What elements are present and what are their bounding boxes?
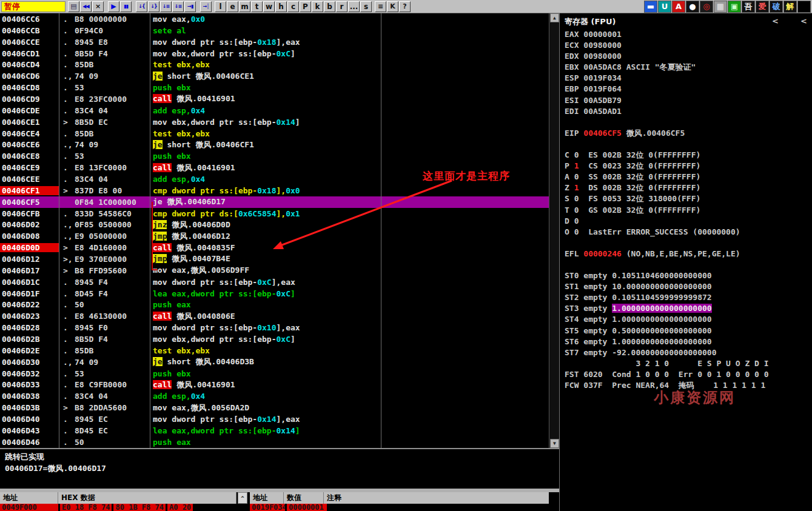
disasm-address[interactable]: 00406D2E	[0, 346, 59, 355]
disasm-row[interactable]: 00406CCB.0F94C0sete al	[0, 25, 549, 36]
disasm-address[interactable]: 00406CCE	[0, 38, 59, 47]
disasm-row[interactable]: 00406D46.50push eax	[0, 436, 549, 448]
dump-scroll-up-button[interactable]: ^	[238, 492, 247, 504]
windows-button[interactable]: K	[387, 1, 398, 12]
disasm-address[interactable]: 00406CD6	[0, 72, 59, 81]
disasm-row[interactable]: 00406CE6.,74 09je short 微风.00406CF1	[0, 139, 549, 150]
registers-pane[interactable]: 寄存器 (FPU) < < EAX 00000001ECX 00980000ED…	[559, 13, 812, 511]
disasm-address[interactable]: 00406D2B	[0, 335, 59, 344]
disasm-address[interactable]: 00406CE8	[0, 152, 59, 161]
disasm-row[interactable]: 00406CFB.833D 54586C0cmp dword ptr ds:[0…	[0, 208, 549, 219]
register-line[interactable]: FST 6020 Cond 1 0 0 0 Err 0 0 1 0 0 0 0 …	[565, 369, 812, 380]
cmd-c-button[interactable]: c	[287, 1, 299, 12]
disasm-row[interactable]: 00406CD6.,74 09je short 微风.00406CE1	[0, 70, 549, 82]
cmd-s-button[interactable]: s	[360, 1, 372, 12]
stack-row[interactable]: 0019F034 00000001	[250, 504, 329, 511]
disasm-address[interactable]: 00406D32	[0, 369, 59, 378]
disasm-address[interactable]: 00406CEE	[0, 175, 59, 184]
disassembly-pane[interactable]: 00406CC6.B8 00000000mov eax,0x000406CCB.…	[0, 13, 549, 448]
plugin-icon-po[interactable]: 破	[770, 1, 783, 13]
cmd-k-button[interactable]: k	[312, 1, 323, 12]
disasm-row[interactable]: 00406CDE.83C4 04add esp,0x4	[0, 105, 549, 116]
cmd-r-button[interactable]: r	[336, 1, 347, 12]
disasm-row[interactable]: 00406D08.,E9 05000000jmp 微风.00406D12	[0, 230, 549, 242]
disasm-row[interactable]: 00406D2B.8B5D F4mov ebx,dword ptr ss:[eb…	[0, 333, 549, 345]
go-to-button[interactable]: →│	[200, 1, 212, 12]
disasm-address[interactable]: 00406CE4	[0, 129, 59, 138]
disasm-address[interactable]: 00406D1F	[0, 289, 59, 298]
register-line[interactable]: ST0 empty 0.1051104600000000000	[565, 270, 812, 281]
disasm-row[interactable]: 00406D38.83C4 04add esp,0x4	[0, 390, 549, 402]
disasm-row[interactable]: 00406D30.,74 09je short 微风.00406D3B	[0, 356, 549, 368]
disasm-address[interactable]: 00406CD8	[0, 83, 59, 92]
cmd-P-button[interactable]: P	[300, 1, 311, 12]
register-line[interactable]: C 0 ES 002B 32位 0(FFFFFFFF)	[565, 150, 812, 161]
disasm-row[interactable]: 00406D43.8D45 EClea eax,dword ptr ss:[eb…	[0, 425, 549, 436]
dump-byte-group[interactable]: A0 20	[167, 504, 193, 511]
register-line[interactable]	[565, 259, 812, 270]
disasm-address[interactable]: 00406CD9	[0, 95, 59, 104]
register-line[interactable]: EIP 00406CF5 微风.00406CF5	[565, 128, 812, 139]
disasm-address[interactable]: 00406D23	[0, 312, 59, 321]
plugin-icon-blue[interactable]: ▬	[644, 1, 657, 13]
plugin-icon-green[interactable]: ▣	[728, 1, 741, 13]
register-line[interactable]: EDX 00980000	[565, 51, 812, 62]
disasm-address[interactable]: 00406CE1	[0, 118, 59, 127]
disasm-row[interactable]: 00406D17>B8 FFD95600mov eax,微风.0056D9FF	[0, 265, 549, 276]
disasm-address[interactable]: 00406CDE	[0, 106, 59, 115]
disasm-address[interactable]: 00406D46	[0, 438, 59, 447]
help-button[interactable]: ?	[399, 1, 411, 12]
disasm-address[interactable]: 00406CE9	[0, 163, 59, 172]
disasm-address[interactable]: 00406CD4	[0, 60, 59, 69]
log-button[interactable]: ≡	[375, 1, 386, 12]
register-line[interactable]: ST7 empty -92.000000000000000000	[565, 347, 812, 358]
disasm-row[interactable]: 00406D28.8945 F0mov dword ptr ss:[ebp-0x…	[0, 322, 549, 333]
disasm-row[interactable]: 00406CD4.85DBtest ebx,ebx	[0, 59, 549, 70]
register-line[interactable]: T 0 GS 002B 32位 0(FFFFFFFF)	[565, 205, 812, 216]
plugin-icon-circle[interactable]: ●	[686, 1, 699, 13]
trace-over-button[interactable]: ⇓≡	[172, 1, 184, 12]
disasm-address[interactable]: 00406D02	[0, 220, 59, 229]
register-line[interactable]: EBP 0019F064	[565, 84, 812, 95]
register-line[interactable]: 3 2 1 0 E S P U O Z D I	[565, 358, 812, 369]
register-line[interactable]: ESP 0019F034	[565, 73, 812, 84]
register-line[interactable]: ST5 empty 0.5000000000000000000	[565, 326, 812, 336]
disasm-address[interactable]: 00406D08	[0, 232, 59, 241]
plugin-icon-jie[interactable]: 解	[783, 1, 797, 13]
register-line[interactable]: S 0 FS 0053 32位 318000(FFF)	[565, 193, 812, 204]
disasm-row[interactable]: 00406CE8.53push ebx	[0, 150, 549, 162]
until-return-button[interactable]: →▮	[184, 1, 196, 12]
cmd-w-button[interactable]: w	[263, 1, 275, 12]
register-line[interactable]: ST2 empty 0.1051104599999999872	[565, 292, 812, 303]
disasm-address[interactable]: 00406D28	[0, 323, 59, 332]
register-line[interactable]: EDI 00A5DAD1	[565, 106, 812, 117]
disasm-address[interactable]: 00406D0D	[0, 243, 59, 252]
disasm-address[interactable]: 00406CC6	[0, 15, 59, 24]
register-line[interactable]: ST3 empty 1.0000000000000000000	[565, 303, 812, 314]
close-button[interactable]: ×	[92, 1, 104, 12]
plugin-icon-target[interactable]: ◎	[700, 1, 713, 13]
register-line[interactable]	[565, 238, 812, 249]
disasm-row[interactable]: 00406D33.E8 C9FB0000call 微风.00416901	[0, 379, 549, 391]
dump-byte-group[interactable]: 80 1B F8 74	[113, 504, 165, 511]
register-line[interactable]	[565, 139, 812, 150]
cmd-dotsdotsdots-button[interactable]: ...	[348, 1, 360, 12]
step-into-button[interactable]: ↓{	[136, 1, 147, 12]
disasm-address[interactable]: 00406CF1	[0, 186, 59, 195]
plugin-icon-u[interactable]: U	[658, 1, 671, 13]
register-line[interactable]: ST4 empty 1.0000000000000000000	[565, 314, 812, 325]
disasm-scrollbar[interactable]: ▲ ▼	[549, 13, 559, 448]
disasm-row[interactable]: 00406CC6.B8 00000000mov eax,0x0	[0, 13, 549, 25]
disasm-address[interactable]: 00406D33	[0, 380, 59, 389]
disasm-row[interactable]: 00406CF1>837D E8 00cmp dword ptr ss:[ebp…	[0, 185, 549, 196]
plugin-icon-black[interactable]	[797, 1, 811, 13]
disasm-address[interactable]: 00406D17	[0, 266, 59, 275]
disasm-row[interactable]: 00406D22.50push eax	[0, 299, 549, 310]
register-line[interactable]: ST6 empty 1.0000000000000000000	[565, 336, 812, 347]
cmd-e-button[interactable]: e	[227, 1, 238, 12]
collapse-left-button[interactable]: <	[772, 16, 779, 25]
plugin-icon-grid[interactable]: ▦	[714, 1, 727, 13]
plugin-icon-wu[interactable]: 吾	[742, 1, 755, 13]
disasm-address[interactable]: 00406CCB	[0, 26, 59, 35]
disasm-row[interactable]: 00406D2E.85DBtest ebx,ebx	[0, 345, 549, 356]
